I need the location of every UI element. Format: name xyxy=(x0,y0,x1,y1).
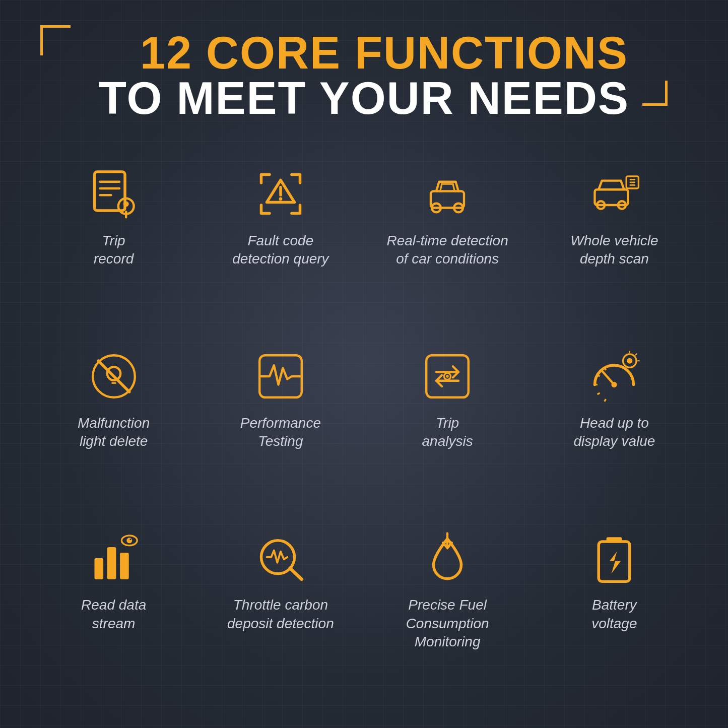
whole-vehicle-icon xyxy=(586,166,642,222)
title-line1: 12 CORE FUNCTIONS xyxy=(40,30,688,76)
performance-testing-label: PerformanceTesting xyxy=(240,414,321,451)
throttle-carbon-label: Throttle carbondeposit detection xyxy=(227,596,334,633)
svg-rect-10 xyxy=(431,191,464,208)
head-up-display-label: Head up todisplay value xyxy=(573,414,655,451)
main-background: 12 CORE FUNCTIONS TO MEET YOUR NEEDS Tri… xyxy=(0,0,728,728)
svg-point-28 xyxy=(446,375,449,378)
function-trip-analysis: Tripanalysis xyxy=(364,334,531,516)
function-trip-record: Triprecord xyxy=(30,151,197,334)
svg-rect-51 xyxy=(607,538,622,543)
function-battery-voltage: Batteryvoltage xyxy=(531,515,698,698)
function-performance-testing: PerformanceTesting xyxy=(197,334,364,516)
svg-point-45 xyxy=(126,538,132,544)
performance-testing-icon xyxy=(253,349,308,404)
svg-point-9 xyxy=(279,197,283,201)
svg-marker-52 xyxy=(610,552,621,574)
svg-line-21 xyxy=(98,361,129,392)
head-up-display-icon xyxy=(586,349,642,404)
corner-bracket-tl xyxy=(40,25,71,55)
read-data-stream-icon xyxy=(86,531,142,586)
functions-grid: Triprecord Fault codedetection query xyxy=(0,141,728,728)
trip-analysis-label: Tripanalysis xyxy=(422,414,473,451)
read-data-stream-label: Read datastream xyxy=(81,596,146,633)
realtime-detection-label: Real-time detectionof car conditions xyxy=(387,232,508,269)
svg-point-37 xyxy=(627,358,633,363)
title-line2: TO MEET YOUR NEEDS xyxy=(40,76,688,121)
throttle-carbon-icon xyxy=(253,531,308,586)
trip-record-icon xyxy=(86,166,142,222)
svg-point-46 xyxy=(129,539,131,540)
svg-rect-42 xyxy=(107,547,116,579)
svg-point-35 xyxy=(612,382,617,387)
battery-voltage-icon xyxy=(586,531,642,586)
svg-line-30 xyxy=(598,393,600,394)
fuel-consumption-icon xyxy=(420,531,475,586)
svg-rect-43 xyxy=(120,553,129,579)
function-realtime-detection: Real-time detectionof car conditions xyxy=(364,151,531,334)
function-fuel-consumption: Precise FuelConsumption Monitoring xyxy=(364,515,531,698)
svg-rect-0 xyxy=(94,172,125,211)
svg-rect-50 xyxy=(599,542,630,581)
function-malfunction-light: Malfunctionlight delete xyxy=(30,334,197,516)
function-fault-code: Fault codedetection query xyxy=(197,151,364,334)
svg-line-39 xyxy=(635,354,637,355)
fault-code-icon xyxy=(253,166,308,222)
whole-vehicle-label: Whole vehicledepth scan xyxy=(570,232,658,269)
battery-voltage-label: Batteryvoltage xyxy=(591,596,637,633)
realtime-detection-icon xyxy=(420,166,475,222)
svg-line-48 xyxy=(290,568,302,579)
function-throttle-carbon: Throttle carbondeposit detection xyxy=(197,515,364,698)
fault-code-label: Fault codedetection query xyxy=(232,232,328,269)
svg-line-29 xyxy=(605,399,606,402)
function-read-data-stream: Read datastream xyxy=(30,515,197,698)
trip-record-label: Triprecord xyxy=(94,232,134,269)
function-whole-vehicle: Whole vehicledepth scan xyxy=(531,151,698,334)
fuel-consumption-label: Precise FuelConsumption Monitoring xyxy=(374,596,521,651)
svg-rect-13 xyxy=(595,189,628,205)
malfunction-light-icon xyxy=(86,349,142,404)
header: 12 CORE FUNCTIONS TO MEET YOUR NEEDS xyxy=(0,0,728,141)
function-head-up-display: Head up todisplay value xyxy=(531,334,698,516)
corner-bracket-br xyxy=(642,81,668,106)
svg-rect-41 xyxy=(94,558,103,579)
trip-analysis-icon xyxy=(420,349,475,404)
svg-point-5 xyxy=(123,201,128,207)
malfunction-light-label: Malfunctionlight delete xyxy=(78,414,150,451)
